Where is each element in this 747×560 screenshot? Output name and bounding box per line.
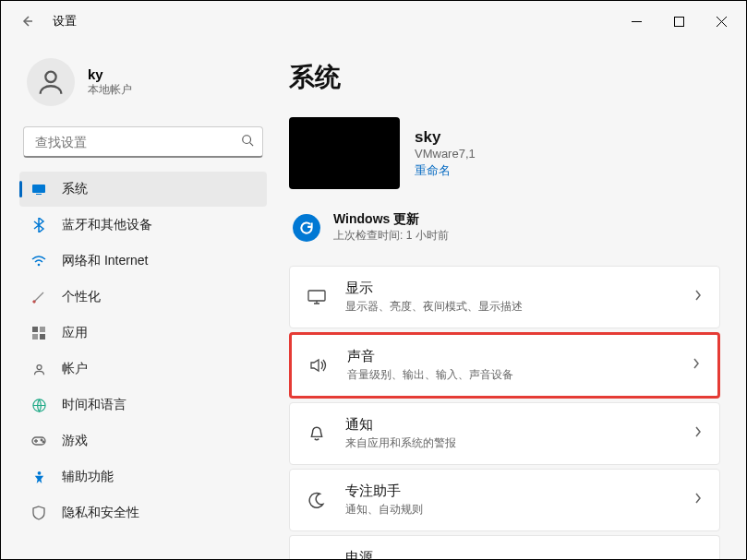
sidebar-item-network[interactable]: 网络和 Internet [19,244,267,279]
accounts-icon [30,363,47,376]
globe-icon [30,399,47,412]
device-info: sky VMware7,1 重命名 [415,128,476,179]
sidebar-item-label: 辅助功能 [62,469,114,485]
chevron-right-icon [692,357,701,374]
maximize-button[interactable] [657,6,700,36]
rename-link[interactable]: 重命名 [415,162,476,179]
svg-point-14 [42,441,44,443]
windows-update-row[interactable]: Windows 更新 上次检查时间: 1 小时前 [289,211,720,244]
close-button[interactable] [700,6,742,36]
device-name: sky [415,128,476,147]
sidebar-item-label: 个性化 [62,289,101,305]
card-text: 电源 [345,549,373,559]
sidebar-item-bluetooth[interactable]: 蓝牙和其他设备 [19,208,267,243]
sidebar-item-label: 时间和语言 [62,397,127,413]
svg-rect-0 [674,17,683,26]
shield-icon [30,506,47,520]
search-icon [241,134,254,150]
user-block[interactable]: ky 本地帐户 [19,42,267,123]
chevron-right-icon [693,492,703,508]
sidebar-item-label: 蓝牙和其他设备 [62,217,152,233]
device-model: VMware7,1 [415,147,476,161]
close-icon [717,17,727,27]
svg-rect-16 [308,291,325,301]
search-box [23,126,263,158]
card-sub: 通知、自动规则 [345,502,423,518]
card-sub: 来自应用和系统的警报 [345,435,456,451]
gaming-icon [30,435,47,447]
person-icon [35,66,66,98]
sidebar-item-label: 应用 [62,325,88,341]
card-title: 专注助手 [345,483,423,500]
card-sound[interactable]: 声音 音量级别、输出、输入、声音设备 [289,332,720,399]
svg-point-5 [38,264,41,267]
sidebar-item-gaming[interactable]: 游戏 [19,423,267,459]
svg-rect-3 [32,185,45,193]
sidebar-item-label: 网络和 Internet [62,253,148,269]
monitor-icon [307,289,327,305]
sidebar-nav: 系统 蓝牙和其他设备 网络和 Internet [19,171,267,531]
card-text: 显示 显示器、亮度、夜间模式、显示描述 [345,280,523,315]
wifi-icon [30,255,47,268]
avatar [27,58,75,106]
card-text: 通知 来自应用和系统的警报 [345,416,456,451]
sidebar: ky 本地帐户 系统 [1,42,278,559]
card-power[interactable]: 电源 [289,535,720,559]
user-name: ky [88,66,132,82]
titlebar: 设置 [1,1,746,42]
settings-cards: 显示 显示器、亮度、夜间模式、显示描述 声音 音量级别、输出、输入、声音设备 [289,266,720,559]
sidebar-item-personalization[interactable]: 个性化 [19,280,267,315]
bluetooth-icon [30,218,47,232]
maximize-icon [674,17,684,27]
svg-rect-6 [32,327,38,332]
card-title: 显示 [345,280,523,297]
update-title: Windows 更新 [333,211,449,228]
back-button[interactable] [12,6,42,36]
card-display[interactable]: 显示 显示器、亮度、夜间模式、显示描述 [289,266,720,328]
accessibility-icon [30,471,47,484]
sidebar-item-accessibility[interactable]: 辅助功能 [19,459,267,494]
apps-icon [30,327,47,340]
page-title: 系统 [289,60,720,95]
sidebar-item-label: 游戏 [62,433,88,449]
svg-rect-7 [40,327,45,332]
card-title: 通知 [345,416,456,434]
window-buttons [615,6,742,36]
svg-point-2 [243,136,251,144]
card-notifications[interactable]: 通知 来自应用和系统的警报 [289,402,720,465]
device-block: sky VMware7,1 重命名 [289,117,720,189]
search-input[interactable] [23,126,263,158]
chevron-right-icon [693,425,703,442]
card-title: 电源 [345,549,373,559]
sidebar-item-accounts[interactable]: 帐户 [19,351,267,387]
minimize-button[interactable] [615,6,657,36]
svg-point-1 [45,72,55,82]
settings-window: 设置 ky 本地帐户 [1,1,746,559]
sidebar-item-privacy[interactable]: 隐私和安全性 [19,495,267,530]
bell-icon [307,425,327,442]
svg-rect-9 [40,334,45,340]
sidebar-item-system[interactable]: 系统 [19,172,267,207]
update-text: Windows 更新 上次检查时间: 1 小时前 [333,211,449,244]
sidebar-item-label: 隐私和安全性 [62,505,139,521]
user-info: ky 本地帐户 [88,66,132,98]
sidebar-item-apps[interactable]: 应用 [19,316,267,351]
card-sub: 音量级别、输出、输入、声音设备 [347,367,513,383]
minimize-icon [632,17,642,27]
user-account-type: 本地帐户 [88,82,132,98]
window-title: 设置 [53,13,77,30]
sidebar-item-time-language[interactable]: 时间和语言 [19,387,267,423]
body: ky 本地帐户 系统 [1,42,746,559]
svg-rect-8 [32,334,38,340]
card-focus-assist[interactable]: 专注助手 通知、自动规则 [289,469,720,531]
svg-point-13 [41,439,42,441]
card-sub: 显示器、亮度、夜间模式、显示描述 [345,299,523,315]
moon-icon [307,492,327,508]
display-icon [30,182,47,197]
back-arrow-icon [19,14,34,29]
card-title: 声音 [347,348,513,365]
update-sub: 上次检查时间: 1 小时前 [333,228,449,244]
svg-rect-4 [36,194,42,195]
card-text: 声音 音量级别、输出、输入、声音设备 [347,348,513,383]
content-area: 系统 sky VMware7,1 重命名 Windows 更新 上次检查时间: … [278,42,746,559]
